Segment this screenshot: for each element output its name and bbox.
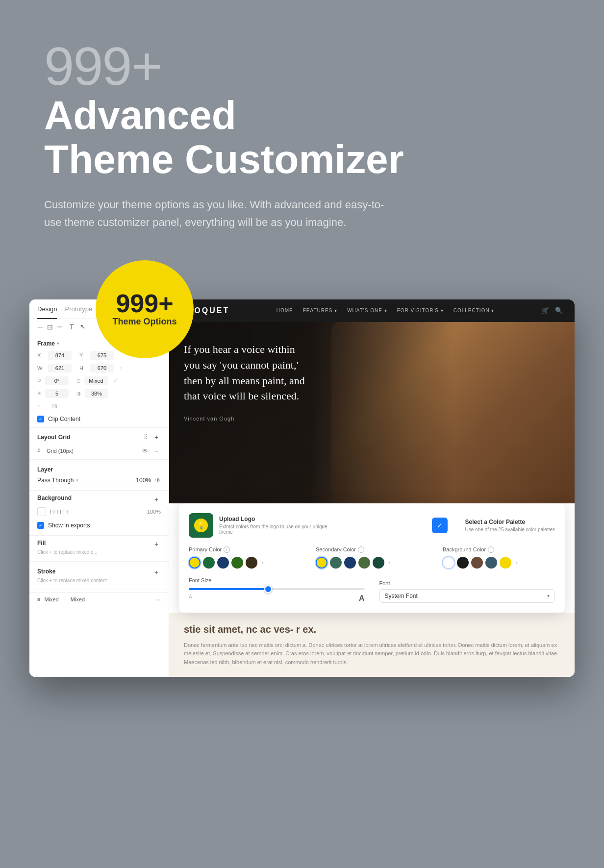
color-check-btn[interactable]: ✓ (432, 518, 448, 533)
clip-checkbox[interactable]: ✓ (37, 416, 44, 422)
right-content: BLOQUET HOME FEATURES ▾ WHAT'S ONE ▾ FOR… (169, 299, 575, 677)
search-icon[interactable]: 🔍 (555, 307, 563, 314)
cart-icon[interactable]: 🛒 (541, 307, 549, 314)
upload-icon-box[interactable]: 💡 (189, 513, 213, 538)
tab-design[interactable]: Design (37, 305, 57, 313)
bg-swatch-2[interactable] (457, 557, 469, 569)
bg-header: Background (37, 495, 72, 501)
pass-chevron[interactable]: ▾ (76, 478, 78, 483)
primary-swatch-2[interactable] (203, 557, 215, 569)
nav-visitors[interactable]: FOR VISITOR'S ▾ (397, 308, 444, 313)
clip-row: ≡ 19 (29, 400, 169, 413)
align-left-icon[interactable]: ⊢ (37, 323, 43, 331)
secondary-swatches[interactable]: › (316, 557, 428, 569)
secondary-info-icon[interactable]: i (358, 546, 364, 553)
frame-chevron[interactable]: ▾ (57, 341, 59, 346)
grid-dots-icon[interactable]: ⠿ (144, 434, 148, 441)
fill-section: Fill + Click + to replace mixed c... (29, 535, 169, 559)
more-dots-btn[interactable]: ··· (155, 595, 161, 603)
align-right-icon[interactable]: ⊣ (57, 323, 63, 331)
secondary-swatch-5[interactable] (373, 557, 384, 569)
bg-info-icon[interactable]: i (488, 546, 494, 553)
pass-percent[interactable]: 100% (136, 477, 151, 484)
grid-icon: ⠿ (37, 448, 41, 453)
nav-collection[interactable]: COLLECTION ▾ (453, 308, 495, 313)
secondary-swatch-2[interactable] (330, 557, 342, 569)
nav-whats[interactable]: WHAT'S ONE ▾ (347, 308, 387, 313)
primary-info-icon[interactable]: i (224, 546, 230, 553)
minus-icon[interactable]: − (152, 446, 161, 455)
bg-swatches[interactable]: › (443, 557, 555, 569)
tab-prototype[interactable]: Prototype (65, 305, 92, 313)
bg-color-preview[interactable] (37, 507, 46, 516)
eye-icon[interactable]: 👁 (155, 477, 161, 484)
color-sections: Primary Color i › (189, 546, 555, 569)
secondary-swatch-1[interactable] (316, 557, 327, 569)
font-select-box[interactable]: System Font ▾ (379, 589, 555, 603)
primary-swatch-1[interactable] (189, 557, 201, 569)
x-value[interactable]: 874 (48, 351, 72, 360)
rotation-icon: ↺ (37, 378, 41, 383)
wh-row: W 621 H 670 ↕ (29, 362, 169, 374)
h-value[interactable]: 670 (90, 364, 114, 372)
layout-grid-label: Layout Grid (37, 434, 70, 441)
bg-plus[interactable]: + (152, 495, 161, 504)
cursor-icon: ↖ (80, 323, 85, 330)
rotation-value[interactable]: 0° (45, 376, 69, 385)
slider-fill (189, 588, 268, 590)
align-center-v-icon[interactable]: ⊡ (47, 323, 53, 331)
nav-home[interactable]: HOME (277, 308, 293, 313)
secondary-swatch-3[interactable] (344, 557, 356, 569)
fill-plus[interactable]: + (152, 540, 161, 548)
logo-upload-area: 💡 Upload Logo Extract colors from the lo… (189, 513, 337, 538)
bg-swatch-5[interactable] (500, 557, 511, 569)
bg-opacity[interactable]: 100% (147, 509, 161, 515)
plus-icon[interactable]: + (152, 433, 161, 442)
blur-row: ✳ 5 ◑ 38% (29, 387, 169, 400)
slider-thumb[interactable] (264, 585, 272, 593)
nav-features[interactable]: FEATURES ▾ (303, 308, 337, 313)
y-value[interactable]: 675 (90, 351, 114, 360)
primary-swatch-4[interactable] (231, 557, 243, 569)
grid-value[interactable]: Grid (10px) (47, 448, 74, 454)
hero-quote: If you hear a voice within you say 'you … (169, 322, 321, 443)
bg-color-value[interactable]: FFFFFF (50, 509, 70, 515)
font-size-label: Font Size (189, 577, 365, 583)
corner-value[interactable]: Mixed (84, 376, 108, 385)
mixed-label2: Mixed (71, 596, 85, 602)
bg-arrow[interactable]: › (516, 560, 518, 566)
expand-icon[interactable]: ⤢ (114, 378, 118, 383)
quote-text: If you hear a voice within you say 'you … (184, 342, 306, 404)
theme-options-badge: 999+ Theme Options (96, 260, 194, 358)
pass-through-label[interactable]: Pass Through (37, 477, 74, 484)
blur-value[interactable]: 5 (45, 389, 69, 398)
ui-mockup: Design Prototype ⊢ ⊡ ⊣ T ↖ Frame ▾ □ (29, 299, 575, 677)
stroke-section: Stroke + Click + to replace mixed conten… (29, 564, 169, 588)
check-icon: ✓ (39, 417, 43, 422)
bg-swatch-4[interactable] (485, 557, 497, 569)
primary-arrow[interactable]: › (262, 560, 264, 566)
secondary-arrow[interactable]: › (389, 560, 391, 566)
slider-min: A (189, 594, 192, 603)
pass-right: 100% 👁 (136, 477, 161, 484)
hero-counter: 999+ (44, 39, 560, 93)
opacity-value[interactable]: 38% (85, 389, 108, 398)
primary-swatches[interactable]: › (189, 557, 301, 569)
align-type-icon[interactable]: T (70, 323, 74, 331)
primary-swatch-5[interactable] (246, 557, 257, 569)
opacity-icon: ◑ (76, 391, 81, 396)
primary-label: Primary Color i (189, 546, 301, 553)
stroke-plus[interactable]: + (152, 568, 161, 577)
visibility-icon[interactable]: 👁 (142, 447, 148, 454)
exports-checkbox[interactable]: ✓ (37, 522, 44, 529)
bg-swatch-1[interactable] (443, 557, 454, 569)
bottom-body: Donec fermentum ante leo nec mattis orci… (184, 641, 560, 667)
secondary-swatch-4[interactable] (358, 557, 370, 569)
w-value[interactable]: 621 (48, 364, 72, 372)
font-slider[interactable] (189, 586, 365, 592)
fill-hint: Click + to replace mixed c... (37, 549, 98, 555)
constrain-icon[interactable]: ↕ (120, 365, 123, 371)
bg-swatch-3[interactable] (471, 557, 483, 569)
font-label: Font (379, 580, 555, 586)
primary-swatch-3[interactable] (217, 557, 229, 569)
